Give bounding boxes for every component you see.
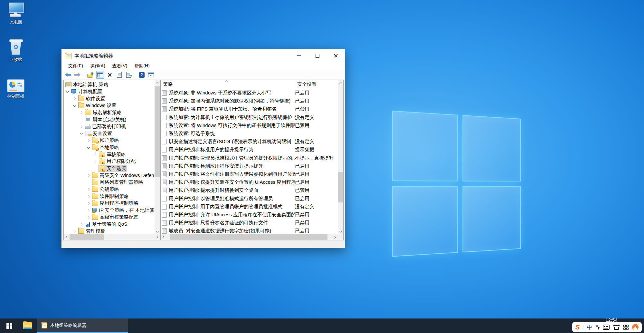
tree-item[interactable]: 域名解析策略 (64, 109, 155, 116)
policy-row[interactable]: 系统对象: 加强内部系统对象的默认权限(例如，符号链接) 已启用 (161, 97, 338, 105)
tree-item[interactable]: 已部署的打印机 (64, 123, 155, 130)
policy-row[interactable]: 用户帐户控制: 仅提升安装在安全位置的 UIAccess 应用程序 已启用 (161, 178, 338, 186)
tree-item[interactable]: Windows 设置 (64, 102, 155, 109)
menu-item[interactable]: 查看(V) (109, 63, 131, 69)
tree-item[interactable]: 软件限制策略 (64, 193, 155, 200)
tree-expander-icon[interactable] (93, 159, 98, 164)
close-button[interactable] (327, 49, 345, 62)
tree-expander-icon[interactable] (72, 96, 77, 101)
file-explorer-button[interactable] (18, 318, 37, 333)
tree-expander-icon[interactable] (86, 180, 91, 185)
policy-row[interactable]: 用户帐户控制: 只提升签名并验证的可执行文件 已禁用 (161, 219, 338, 227)
tree-horizontal-scrollbar[interactable] (64, 234, 160, 240)
tree-expander-icon[interactable] (72, 229, 77, 234)
tree-item[interactable]: 用户权限分配 (64, 158, 155, 165)
scroll-left-icon[interactable] (64, 234, 69, 240)
tree-expander-icon[interactable] (86, 145, 91, 150)
tone-icon[interactable] (596, 324, 600, 330)
policy-row[interactable]: 以安全描述符定义语言(SDDL)语法表示的计算机访问限制 没有定义 (161, 138, 338, 146)
tree-expander-icon[interactable] (93, 166, 98, 171)
apps-grid-icon[interactable] (623, 325, 629, 330)
tree-item[interactable]: 高级审核策略配置 (64, 214, 155, 221)
tree-item[interactable]: 本地计算机 策略 (64, 81, 155, 88)
chinese-mode-icon[interactable]: 中 (587, 325, 592, 330)
policy-row[interactable]: 域成员: 对安全通道数据进行数字加密(如果可能) 已启用 (161, 227, 338, 234)
policy-row[interactable]: 系统设置: 将 Windows 可执行文件中的证书规则用于软件限... 已禁用 (161, 122, 338, 130)
scroll-down-icon[interactable] (338, 229, 343, 234)
tree-item[interactable]: 脚本(启动/关机) (64, 116, 155, 123)
tree-expander-icon[interactable] (79, 222, 84, 227)
list-vertical-scrollbar[interactable] (338, 80, 343, 234)
scrollbar-thumb[interactable] (170, 234, 327, 240)
tree-expander-icon[interactable] (86, 208, 91, 213)
start-button[interactable] (0, 318, 18, 333)
tree-item[interactable]: 安全选项 (64, 165, 155, 172)
skin-icon[interactable] (613, 325, 620, 330)
scrollbar-thumb[interactable] (338, 172, 343, 202)
tree-item[interactable]: 审核策略 (64, 151, 155, 158)
tree-item[interactable]: 高级安全 Windows Defen (64, 172, 155, 179)
tree-item[interactable]: 安全设置 (64, 130, 155, 137)
scroll-down-icon[interactable] (155, 229, 160, 234)
tree-expander-icon[interactable] (86, 173, 91, 178)
help-icon[interactable] (138, 71, 145, 78)
properties-icon[interactable] (116, 71, 123, 78)
export-list-icon[interactable] (125, 71, 132, 78)
tree-item[interactable]: 基于策略的 QoS (64, 221, 155, 228)
tree-item[interactable]: 网络列表管理器策略 (64, 179, 155, 186)
delete-icon[interactable] (106, 71, 113, 78)
desktop-icon-control-panel[interactable]: 控制面板 (2, 79, 30, 99)
menu-item[interactable]: 操作(A) (87, 63, 109, 69)
policy-row[interactable]: 系统对象: 非 Windows 子系统不要求区分大小写 已启用 (161, 89, 338, 97)
policy-row[interactable]: 系统加密: 为计算机上存储的用户密钥强制进行强密钥保护 没有定义 (161, 113, 338, 122)
scroll-right-icon[interactable] (155, 234, 160, 240)
tree-item[interactable]: 应用程序控制策略 (64, 200, 155, 207)
menu-item[interactable]: 文件(F) (65, 63, 87, 69)
tree-item[interactable]: 计算机配置 (64, 88, 155, 95)
taskbar-task-gpedit[interactable]: 本地组策略编辑器 (37, 318, 128, 333)
column-header-policy[interactable]: 策略 (161, 80, 295, 88)
menu-item[interactable]: 帮助(H) (131, 63, 153, 69)
tree-item[interactable]: 软件设置 (64, 95, 155, 102)
policy-row[interactable]: 用户帐户控制: 检测应用程序安装并提示提升 已启用 (161, 162, 338, 170)
tree-item[interactable]: 公钥策略 (64, 186, 155, 193)
scroll-right-icon[interactable] (332, 234, 338, 240)
back-icon[interactable] (64, 71, 71, 78)
scroll-left-icon[interactable] (161, 234, 166, 240)
tree-expander-icon[interactable] (86, 194, 91, 199)
tree-expander-icon[interactable] (79, 124, 84, 129)
forward-icon[interactable] (74, 71, 81, 78)
policy-row[interactable]: 用户帐户控制: 以管理员批准模式运行所有管理员 已启用 (161, 194, 338, 202)
scroll-up-icon[interactable] (155, 80, 160, 85)
policy-row[interactable]: 用户帐户控制: 管理员批准模式中管理员的提升权限提示的... 不提示，直接提升 (161, 154, 338, 162)
policy-row[interactable]: 用户帐户控制: 用于内置管理员帐户的管理员批准模式 没有定义 (161, 203, 338, 211)
desktop-icon-this-pc[interactable]: 此电脑 (2, 3, 30, 25)
up-one-level-icon[interactable] (87, 71, 94, 78)
console-tree-toggle-icon[interactable] (96, 71, 104, 79)
list-horizontal-scrollbar[interactable] (161, 234, 338, 240)
tree-expander-icon[interactable] (86, 138, 91, 143)
tree-expander-icon[interactable] (79, 131, 84, 136)
policy-row[interactable]: 用户帐户控制: 允许 UIAccess 应用程序在不使用安全桌面的... 已禁用 (161, 211, 338, 219)
policy-row[interactable]: 用户帐户控制: 将文件和注册表写入错误虚拟化到每用户位置 已启用 (161, 170, 338, 178)
tree-item[interactable]: IP 安全策略，在 本地计算 (64, 207, 155, 214)
tree-item[interactable]: 管理模板 (64, 228, 155, 234)
scrollbar-thumb[interactable] (70, 234, 104, 240)
tree-vertical-scrollbar[interactable] (155, 80, 160, 234)
column-header-setting[interactable]: 安全设置 (295, 80, 337, 88)
tree-item[interactable]: 帐户策略 (64, 137, 155, 144)
minimize-button[interactable] (290, 49, 308, 62)
policy-row[interactable]: 系统设置: 可选子系统 (161, 130, 338, 138)
tree-expander-icon[interactable] (79, 110, 84, 115)
scroll-up-icon[interactable] (338, 80, 343, 85)
tree-expander-icon[interactable] (86, 201, 91, 206)
policy-row[interactable]: 用户帐户控制: 提示提升时切换到安全桌面 已禁用 (161, 186, 338, 194)
tree-expander-icon[interactable] (65, 89, 70, 94)
emoji-icon[interactable] (632, 324, 639, 330)
tree-expander-icon[interactable] (79, 117, 84, 122)
tree-expander-icon[interactable] (86, 215, 91, 220)
tree-expander-icon[interactable] (93, 152, 98, 157)
keyboard-icon[interactable] (603, 325, 610, 330)
tree-item[interactable]: 本地策略 (64, 144, 155, 151)
sogou-logo-icon[interactable]: S (575, 324, 580, 330)
